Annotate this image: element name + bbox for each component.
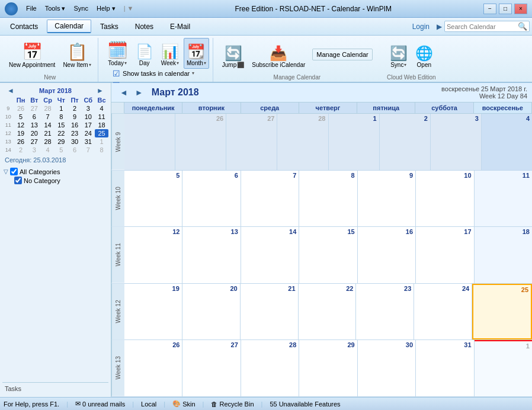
cal-day-cell[interactable]: 13 bbox=[182, 227, 241, 283]
cal-day-cell[interactable]: 28 bbox=[277, 114, 328, 170]
new-item-button[interactable]: 📋 New Item ▾ bbox=[60, 40, 94, 71]
cal-day-cell[interactable] bbox=[124, 114, 175, 170]
mini-cal-day[interactable]: 10 bbox=[81, 113, 95, 121]
cal-day-cell[interactable]: 23 bbox=[356, 284, 414, 340]
cal-day-cell[interactable]: 17 bbox=[416, 227, 474, 283]
cal-day-cell[interactable]: 2 bbox=[380, 114, 431, 170]
menu-help[interactable]: Help ▾ bbox=[93, 4, 119, 14]
mini-cal-day[interactable]: 7 bbox=[81, 146, 95, 154]
mini-cal-day[interactable]: 3 bbox=[27, 146, 41, 154]
minimize-button[interactable]: − bbox=[483, 4, 496, 14]
search-box[interactable]: 🔍 bbox=[444, 21, 530, 32]
mini-cal-day[interactable]: 18 bbox=[95, 121, 108, 129]
cal-day-cell[interactable]: 5 bbox=[124, 171, 182, 227]
mini-cal-day[interactable]: 19 bbox=[14, 129, 28, 137]
cal-day-cell[interactable]: 14 bbox=[241, 227, 299, 283]
mini-cal-day[interactable]: 22 bbox=[55, 129, 68, 137]
show-tasks-checkbox-row[interactable]: ☑ Show tasks in calendar ▾ bbox=[111, 68, 207, 79]
window-controls[interactable]: − □ × bbox=[483, 4, 527, 14]
search-icon[interactable]: 🔍 bbox=[518, 22, 527, 31]
cal-day-cell[interactable]: 27 bbox=[182, 340, 241, 396]
cal-day-cell[interactable]: 27 bbox=[226, 114, 277, 170]
cal-day-cell[interactable]: 28 bbox=[241, 340, 299, 396]
nav-arrow-icon[interactable]: ▶ bbox=[437, 23, 442, 31]
search-input[interactable] bbox=[447, 23, 518, 30]
mini-cal-day[interactable]: 9 bbox=[68, 113, 82, 121]
mini-cal-day[interactable]: 5 bbox=[14, 113, 28, 121]
cal-day-cell[interactable]: 31 bbox=[416, 340, 474, 396]
mini-cal-day[interactable]: 25 bbox=[95, 129, 108, 137]
mini-cal-next-button[interactable]: ► bbox=[94, 87, 106, 95]
cal-next-button[interactable]: ► bbox=[132, 88, 147, 97]
cal-day-cell[interactable]: 21 bbox=[241, 284, 299, 340]
cal-day-cell[interactable]: 6 bbox=[182, 171, 241, 227]
mini-cal-day[interactable]: 7 bbox=[41, 113, 55, 121]
cal-day-cell[interactable]: 15 bbox=[299, 227, 357, 283]
sync-button[interactable]: 🔄 Sync ▾ bbox=[387, 40, 411, 71]
cal-day-cell[interactable]: 4 bbox=[482, 114, 532, 170]
mini-cal-day[interactable]: 28 bbox=[41, 104, 55, 113]
cal-day-cell[interactable]: 20 bbox=[182, 284, 241, 340]
day-button[interactable]: 📄 Day bbox=[133, 38, 156, 69]
mini-cal-day[interactable]: 5 bbox=[55, 146, 68, 154]
tab-notes[interactable]: Notes bbox=[127, 20, 161, 33]
mini-cal-title[interactable]: Март 2018 bbox=[17, 87, 94, 94]
mini-cal-day[interactable]: 24 bbox=[81, 129, 95, 137]
cal-prev-button[interactable]: ◄ bbox=[116, 88, 132, 97]
mini-cal-day[interactable]: 26 bbox=[14, 137, 28, 146]
mini-cal-day[interactable]: 6 bbox=[68, 146, 82, 154]
cal-day-cell[interactable]: 10 bbox=[416, 171, 474, 227]
tab-contacts[interactable]: Contacts bbox=[2, 20, 46, 33]
cal-day-cell[interactable]: 26 bbox=[124, 340, 182, 396]
cal-day-cell[interactable]: 3 bbox=[431, 114, 482, 170]
tab-email[interactable]: E-Mail bbox=[162, 20, 198, 33]
cal-day-cell[interactable]: 1 bbox=[475, 340, 532, 396]
mini-cal-day[interactable]: 20 bbox=[27, 129, 41, 137]
cal-day-cell[interactable]: 8 bbox=[299, 171, 357, 227]
mini-cal-day[interactable]: 23 bbox=[68, 129, 82, 137]
manage-button[interactable]: Manage Calendar bbox=[312, 49, 372, 60]
cal-day-cell[interactable]: 7 bbox=[241, 171, 299, 227]
menu-file[interactable]: File bbox=[23, 4, 40, 14]
mini-cal-day[interactable]: 3 bbox=[81, 104, 95, 113]
tab-tasks[interactable]: Tasks bbox=[92, 20, 126, 33]
mini-cal-day[interactable]: 16 bbox=[68, 121, 82, 129]
mini-cal-day[interactable]: 8 bbox=[95, 146, 108, 154]
close-button[interactable]: × bbox=[514, 4, 527, 14]
mini-cal-day[interactable]: 4 bbox=[41, 146, 55, 154]
today-date-label[interactable]: Сегодня: 25.03.2018 bbox=[2, 155, 108, 165]
mini-cal-prev-button[interactable]: ◄ bbox=[5, 87, 17, 95]
mini-cal-day[interactable]: 28 bbox=[41, 137, 55, 146]
mini-cal-day[interactable]: 26 bbox=[14, 104, 28, 113]
cal-day-cell[interactable]: 25 bbox=[472, 284, 532, 340]
cal-day-cell[interactable]: 16 bbox=[358, 227, 416, 283]
mini-cal-day[interactable]: 27 bbox=[27, 104, 41, 113]
mini-cal-day[interactable]: 15 bbox=[55, 121, 68, 129]
mini-cal-day[interactable]: 29 bbox=[55, 137, 68, 146]
mini-cal-day[interactable]: 6 bbox=[27, 113, 41, 121]
maximize-button[interactable]: □ bbox=[499, 4, 512, 14]
mini-cal-day[interactable]: 17 bbox=[81, 121, 95, 129]
new-appointment-button[interactable]: 📅 New Appointment bbox=[6, 40, 58, 71]
mini-cal-day[interactable]: 31 bbox=[81, 137, 95, 146]
mini-cal-day[interactable]: 1 bbox=[55, 104, 68, 113]
mini-cal-day[interactable]: 14 bbox=[41, 121, 55, 129]
mini-cal-day[interactable]: 12 bbox=[14, 121, 28, 129]
recycle-bin-status[interactable]: 🗑 Recycle Bin bbox=[211, 401, 254, 408]
cal-day-cell[interactable]: 18 bbox=[475, 227, 532, 283]
categories-expand-icon[interactable]: ▽ bbox=[4, 168, 8, 175]
open-button[interactable]: 🌐 Open bbox=[412, 40, 436, 71]
mini-cal-day[interactable]: 30 bbox=[68, 137, 82, 146]
all-categories-checkbox[interactable] bbox=[10, 168, 18, 175]
subscribe-button[interactable]: 📥 Subscribe iCalendar bbox=[249, 40, 308, 71]
all-categories-row[interactable]: ▽ All Categories bbox=[2, 167, 108, 176]
no-category-checkbox[interactable] bbox=[14, 177, 22, 184]
cal-day-cell[interactable]: 26 bbox=[175, 114, 226, 170]
mini-cal-day[interactable]: 2 bbox=[68, 104, 82, 113]
mini-cal-day[interactable]: 4 bbox=[95, 104, 108, 113]
cal-day-cell[interactable]: 29 bbox=[299, 340, 357, 396]
mini-cal-day[interactable]: 21 bbox=[41, 129, 55, 137]
mini-cal-day[interactable]: 8 bbox=[55, 113, 68, 121]
menu-tools[interactable]: Tools ▾ bbox=[41, 4, 69, 14]
mini-cal-day[interactable]: 13 bbox=[27, 121, 41, 129]
